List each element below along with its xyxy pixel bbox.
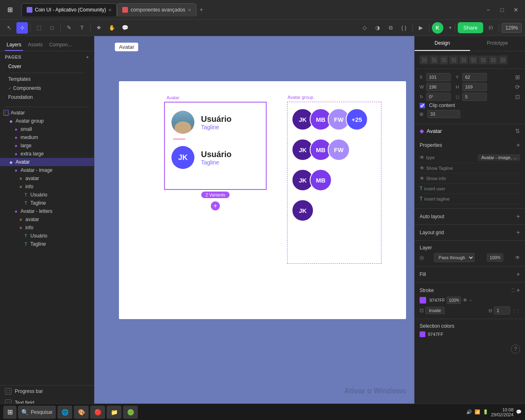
tab-prototype[interactable]: Prototype bbox=[470, 36, 525, 51]
layer-large[interactable]: ◆ large bbox=[0, 142, 94, 150]
layer-avatar-image[interactable]: ◆ Avatar - image bbox=[0, 166, 94, 174]
inside-badge[interactable]: Inside bbox=[425, 307, 445, 314]
y-input[interactable] bbox=[462, 73, 487, 81]
layer-avatar-sub[interactable]: ≡ avatar bbox=[0, 174, 94, 183]
page-cover[interactable]: Cover bbox=[5, 62, 89, 71]
move-tool[interactable]: ⊹ bbox=[16, 22, 28, 34]
variants-badge[interactable]: 2 Variants bbox=[201, 192, 230, 198]
corner-input[interactable] bbox=[462, 93, 487, 101]
distribute-v-icon[interactable]: ⬛ bbox=[488, 55, 498, 64]
add-layout-grid-icon[interactable]: + bbox=[516, 229, 520, 236]
clip-content-checkbox[interactable] bbox=[420, 103, 425, 108]
layer-avatar-letters[interactable]: ◆ Avatar - letters bbox=[0, 207, 94, 215]
play-icon[interactable]: ▶ bbox=[415, 22, 427, 34]
align-left-icon[interactable]: ⬛ bbox=[420, 55, 429, 64]
shape-tool[interactable]: □ bbox=[46, 22, 58, 34]
taskbar-app-2[interactable]: 🎨 bbox=[74, 406, 89, 419]
stroke-width-input[interactable] bbox=[494, 306, 510, 315]
help-icon[interactable]: ? bbox=[511, 345, 520, 354]
align-center-v-icon[interactable]: ⬛ bbox=[459, 55, 468, 64]
tab-components[interactable]: Compon... bbox=[48, 39, 73, 51]
contrast-icon[interactable]: ◑ bbox=[372, 22, 383, 34]
stroke-more-icon[interactable]: ⋮⋮ bbox=[512, 308, 520, 313]
avatar-dropdown-icon[interactable]: ▼ bbox=[448, 25, 452, 30]
zoom-control[interactable]: 129% bbox=[502, 23, 522, 33]
taskbar-app-3[interactable]: 🔴 bbox=[90, 406, 105, 419]
sel-color-swatch-1[interactable] bbox=[420, 331, 425, 337]
layer-avatar-group[interactable]: ◆ Avatar group bbox=[0, 117, 94, 125]
layer-extra-large[interactable]: ◆ extra large bbox=[0, 150, 94, 158]
layer-avatar-sub2[interactable]: ≡ avatar bbox=[0, 215, 94, 224]
tab-componentes[interactable]: componentes avançados ✕ bbox=[117, 3, 196, 16]
close-button[interactable]: ✕ bbox=[510, 4, 522, 16]
opacity-input[interactable] bbox=[487, 253, 503, 262]
diamond-icon[interactable]: ◇ bbox=[359, 22, 370, 34]
stroke-color-swatch[interactable] bbox=[420, 297, 426, 304]
blend-mode-select[interactable]: Pass through bbox=[434, 253, 475, 262]
code-icon[interactable]: { } bbox=[398, 22, 410, 34]
add-fill-icon[interactable]: + bbox=[516, 271, 520, 278]
windows-start-button[interactable]: ⊞ bbox=[3, 406, 16, 419]
tab-design[interactable]: Design bbox=[415, 36, 470, 51]
layer-small[interactable]: ◆ small bbox=[0, 125, 94, 133]
taskbar-app-5[interactable]: 🟢 bbox=[123, 406, 138, 419]
rotation-input[interactable] bbox=[426, 93, 451, 101]
tab-close-2[interactable]: ✕ bbox=[188, 8, 191, 12]
pen-tool[interactable]: ✎ bbox=[63, 22, 75, 34]
align-right-icon[interactable]: ⬛ bbox=[439, 55, 448, 64]
x-input[interactable] bbox=[426, 73, 451, 81]
text-tool[interactable]: T bbox=[76, 22, 88, 34]
align-center-h-icon[interactable]: ⬛ bbox=[429, 55, 438, 64]
corner-expand-icon[interactable]: ⊡ bbox=[515, 94, 520, 100]
stroke-vis-icon[interactable]: 👁 bbox=[463, 297, 468, 303]
layer-info-2[interactable]: ≡ info bbox=[0, 224, 94, 232]
page-foundation[interactable]: Foundation bbox=[5, 93, 89, 102]
layer-tagline-1[interactable]: T Tagline bbox=[0, 199, 94, 207]
share-button[interactable]: Share bbox=[458, 22, 484, 33]
add-stroke-icon[interactable]: + bbox=[516, 287, 520, 294]
taskbar-app-1[interactable]: 🌐 bbox=[57, 406, 72, 419]
taskbar-app-4[interactable]: 📁 bbox=[107, 406, 121, 419]
layer-usuario-2[interactable]: T Usuário bbox=[0, 232, 94, 240]
user-avatar[interactable]: K bbox=[432, 22, 443, 34]
padding-input[interactable] bbox=[427, 110, 460, 118]
tab-close-1[interactable]: ✕ bbox=[108, 8, 112, 12]
layer-tagline-2[interactable]: T Tagline bbox=[0, 240, 94, 248]
stroke-style-icon[interactable]: ⁚⁚ bbox=[511, 288, 515, 293]
taskbar-search[interactable]: 🔍 Pesquisar bbox=[18, 406, 56, 419]
tab-layers[interactable]: Layers bbox=[5, 39, 23, 51]
frame-tool[interactable]: ⬚ bbox=[33, 22, 45, 34]
opacity-eye-icon[interactable]: 👁 bbox=[515, 255, 520, 260]
tab-coin-ui[interactable]: Coin UI - Aplicativo (Community) ✕ bbox=[21, 3, 117, 16]
more-align-icon[interactable]: ⬛ bbox=[498, 55, 507, 64]
add-page-icon[interactable]: + bbox=[86, 55, 89, 59]
type-value[interactable]: Avatar - image, ... bbox=[478, 154, 520, 161]
info-eye-icon[interactable]: 👁 bbox=[420, 176, 425, 181]
layer-avatar-selected[interactable]: ◆ Avatar bbox=[0, 158, 94, 166]
tagline-eye-icon[interactable]: 👁 bbox=[420, 165, 425, 171]
layer-progress-bar[interactable]: ⬚ Progress bar bbox=[0, 386, 94, 397]
layer-usuario-1[interactable]: T Usuário bbox=[0, 191, 94, 199]
comment-tool[interactable]: 💬 bbox=[119, 22, 131, 34]
layers-icon[interactable]: ⧉ bbox=[385, 22, 397, 34]
stroke-delete-icon[interactable]: − bbox=[469, 297, 472, 303]
type-eye-icon[interactable]: 👁 bbox=[420, 155, 425, 160]
maximize-button[interactable]: □ bbox=[496, 4, 508, 16]
stroke-opacity-input[interactable] bbox=[447, 297, 461, 304]
w-input[interactable] bbox=[426, 83, 451, 91]
home-button[interactable]: ⊞ bbox=[3, 3, 16, 16]
hand-tool[interactable]: ✋ bbox=[106, 22, 118, 34]
constraint-icon[interactable]: ⊞ bbox=[515, 74, 520, 80]
align-bottom-icon[interactable]: ⬛ bbox=[469, 55, 478, 64]
layer-info-1[interactable]: ≡ info bbox=[0, 183, 94, 191]
new-tab-button[interactable]: + bbox=[196, 5, 206, 15]
page-components[interactable]: ✓ Components bbox=[5, 84, 89, 93]
add-auto-layout-icon[interactable]: + bbox=[516, 213, 520, 220]
align-top-icon[interactable]: ⬛ bbox=[449, 55, 458, 64]
notification-icon[interactable]: 💬 bbox=[516, 409, 522, 415]
code-view-btn[interactable]: ⟨/⟩ bbox=[485, 22, 496, 34]
layer-avatar-frame[interactable]: ⬚ Avatar bbox=[0, 109, 94, 117]
h-input[interactable] bbox=[462, 83, 487, 91]
tab-assets[interactable]: Assets bbox=[26, 39, 44, 51]
component-tool[interactable]: ❖ bbox=[93, 22, 105, 34]
